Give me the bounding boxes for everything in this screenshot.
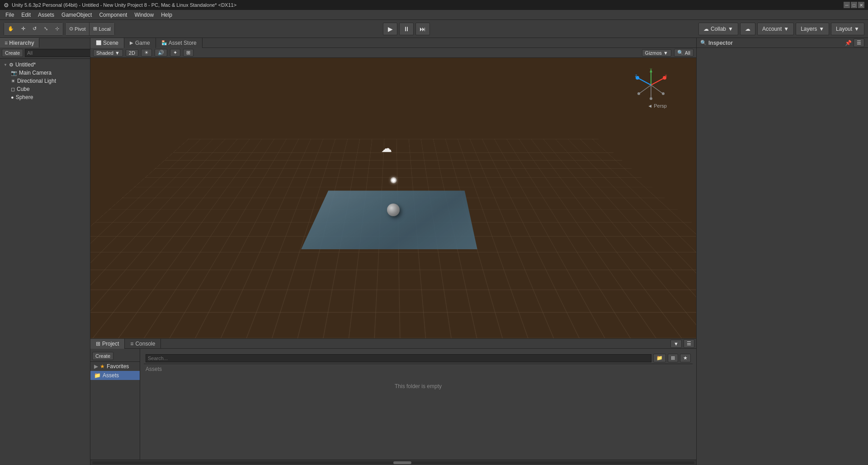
menu-component[interactable]: Component [95,11,131,19]
project-empty-text: This folder is empty [144,374,693,389]
persp-label: ◄ Persp [647,103,667,109]
console-tab[interactable]: ≡ Console [125,339,161,349]
project-tab[interactable]: ⊞ Project [90,339,125,349]
project-filter-btn3[interactable]: ★ [680,354,691,362]
inspector-menu-button[interactable]: ☰ [854,38,864,47]
scene-search[interactable]: 🔍 All [674,49,693,57]
favorites-arrow-icon: ▶ [94,363,98,370]
step-button[interactable]: ⏭ [415,23,430,35]
scrollbar-track[interactable] [92,461,694,464]
window-title: Unity 5.6.3p2 Personal (64bit) - Untitle… [12,2,844,8]
assets-icon: 📁 [94,372,101,379]
scene-fx-icon[interactable]: ✦ [170,49,180,57]
directional-light-object: ✺ [390,176,397,185]
cloud-button[interactable]: ☁ [740,23,755,35]
collab-button[interactable]: ☁ Collab ▼ [698,23,738,35]
pivot-icon: ⊙ [69,26,73,32]
menu-edit[interactable]: Edit [18,11,34,19]
svg-line-2 [651,78,664,85]
rotate-tool[interactable]: ↺ [29,23,40,35]
shading-arrow-icon: ▼ [115,50,120,56]
local-icon: ⊞ [93,26,97,32]
hand-tool[interactable]: ✋ [4,23,18,35]
project-create-button[interactable]: Create [92,352,113,360]
menu-bar: File Edit Assets GameObject Component Wi… [0,10,868,20]
rect-tool[interactable]: ⊹ [52,23,63,35]
close-button[interactable]: ✕ [858,2,864,8]
pivot-group: ⊙ Pivot ⊞ Local [65,22,115,36]
scrollbar-thumb[interactable] [393,461,411,464]
minimize-button[interactable]: ─ [844,2,850,8]
main-layout: ≡ Hierarchy Create ▼ ⚙ Untitled* 📷 Main … [0,38,868,465]
favorites-item[interactable]: ▶ ★ Favorites [90,362,140,371]
account-button[interactable]: Account ▼ [757,23,794,35]
inspector-header: 🔍 Inspector 📌 ☰ [697,38,868,48]
local-button[interactable]: ⊞ Local [90,23,114,35]
inspector-pin-button[interactable]: 📌 [845,40,852,46]
gizmos-dropdown[interactable]: Gizmos ▼ [642,49,671,57]
menu-assets[interactable]: Assets [34,11,58,19]
svg-text:Y: Y [650,67,652,71]
scene-view-tab[interactable]: ⬜ Scene [90,38,124,48]
hierarchy-create-button[interactable]: Create [2,49,23,57]
hierarchy-search-input[interactable] [25,49,92,57]
inspector-title: Inspector [708,40,843,46]
root-arrow-icon: ▼ [4,63,7,67]
game-view-tab[interactable]: ▶ Game [124,38,156,48]
svg-point-7 [662,92,665,95]
camera-icon: 📷 [11,70,17,76]
hierarchy-root-item[interactable]: ▼ ⚙ Untitled* [0,61,90,69]
center-panel: ⬜ Scene ▶ Game 🏪 Asset Store Shaded ▼ 2D… [90,38,696,465]
bottom-content: Create ▶ ★ Favorites 📁 Assets [90,349,696,460]
view-tabs: ⬜ Scene ▶ Game 🏪 Asset Store [90,38,696,48]
project-search-input[interactable] [146,354,651,362]
hierarchy-tab[interactable]: ≡ Hierarchy [0,38,39,47]
bottom-collapse-button[interactable]: ▼ [670,340,682,348]
scene-gizmo: Y X Z [633,67,669,103]
hierarchy-item-sphere[interactable]: ● Sphere [0,93,90,101]
inspector-icon: 🔍 [700,40,707,46]
menu-gameobject[interactable]: GameObject [58,11,95,19]
pivot-button[interactable]: ⊙ Pivot [66,23,89,35]
hierarchy-item-main-camera[interactable]: 📷 Main Camera [0,69,90,77]
layout-dropdown-icon: ▼ [854,26,859,32]
hierarchy-tree: ▼ ⚙ Untitled* 📷 Main Camera ☀ Directiona… [0,59,90,465]
sphere-object [387,204,400,216]
menu-help[interactable]: Help [157,11,176,19]
favorites-star-icon: ★ [100,363,105,370]
right-toolbar: ☁ Collab ▼ ☁ Account ▼ Layers ▼ Layout ▼ [698,23,864,35]
scale-tool[interactable]: ⤡ [40,23,52,35]
project-tab-icon: ⊞ [96,341,100,347]
2d-button[interactable]: 2D [126,49,138,57]
console-tab-icon: ≡ [130,341,133,347]
project-filter-btn2[interactable]: ⊞ [668,354,678,362]
asset-store-tab[interactable]: 🏪 Asset Store [156,38,203,48]
scene-more-icon[interactable]: ⊞ [183,49,193,57]
shading-dropdown[interactable]: Shaded ▼ [93,49,123,57]
scene-lighting-icon[interactable]: ☀ [141,49,152,57]
hierarchy-item-cube[interactable]: ◻ Cube [0,85,90,93]
hierarchy-controls: Create [0,47,90,59]
pause-button[interactable]: ⏸ [399,23,414,35]
collab-dropdown-icon: ▼ [728,26,733,32]
game-tab-icon: ▶ [130,40,133,45]
menu-file[interactable]: File [2,11,18,19]
layout-button[interactable]: Layout ▼ [831,23,864,35]
scene-view[interactable]: ☁ ✺ [90,58,696,338]
menu-window[interactable]: Window [131,11,157,19]
svg-point-9 [637,92,640,95]
bottom-panel: ⊞ Project ≡ Console ▼ ☰ Create ▶ [90,338,696,465]
project-filter-btn1[interactable]: 📁 [653,354,666,362]
assets-item[interactable]: 📁 Assets [90,371,140,380]
maximize-button[interactable]: □ [851,2,857,8]
move-tool[interactable]: ✛ [18,23,29,35]
bottom-menu-button[interactable]: ☰ [684,339,694,348]
project-right-panel: 📁 ⊞ ★ Assets This folder is empty [140,349,696,460]
hierarchy-item-directional-light[interactable]: ☀ Directional Light [0,77,90,85]
play-button[interactable]: ▶ [383,23,397,35]
toolbar: ✋ ✛ ↺ ⤡ ⊹ ⊙ Pivot ⊞ Local ▶ ⏸ ⏭ ☁ Collab… [0,20,868,38]
scene-search-icon: 🔍 [677,50,684,56]
scene-audio-icon[interactable]: 🔊 [155,49,167,57]
layers-button[interactable]: Layers ▼ [796,23,829,35]
title-bar: ⚙ Unity 5.6.3p2 Personal (64bit) - Untit… [0,0,868,10]
